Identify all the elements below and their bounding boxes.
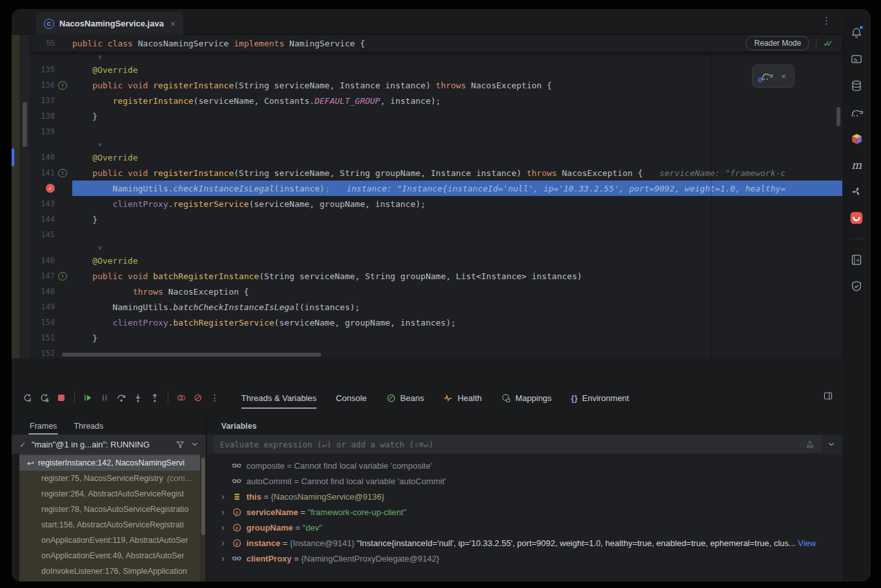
line-number[interactable]: 148 [38, 287, 55, 296]
line-number[interactable]: 150 [38, 318, 55, 327]
mute-breakpoints-button[interactable] [190, 389, 206, 406]
tab-mappings[interactable]: Mappings [501, 387, 551, 409]
editor-vscrollbar-thumb[interactable] [836, 107, 840, 126]
stack-frame-row[interactable]: onApplicationEvent:49, AbstractAutoSer [19, 548, 206, 564]
tab-console[interactable]: Console [336, 387, 367, 409]
thread-selector[interactable]: ✓ "main"@1 in g...ain": RUNNING [12, 435, 206, 454]
line-number[interactable]: 151 [38, 333, 55, 342]
code-lines[interactable]: ∨135 @Override136↑ public void registerI… [31, 52, 842, 358]
line-number[interactable]: 146 [38, 256, 55, 265]
tab-threads[interactable]: Threads [74, 418, 103, 435]
maven-icon[interactable]: m [849, 158, 864, 172]
add-watch-icon[interactable] [805, 439, 822, 449]
evaluate-chevron-down-icon[interactable] [827, 440, 836, 449]
shield-icon[interactable] [849, 279, 864, 293]
expand-chevron-icon[interactable]: › [219, 523, 227, 532]
filter-funnel-icon[interactable] [175, 440, 185, 449]
override-marker-icon[interactable]: ↑ [58, 272, 67, 280]
line-number[interactable]: 140 [38, 153, 55, 162]
breakpoint-icon[interactable]: ✓ [46, 184, 55, 193]
reader-mode-button[interactable]: Reader Mode [746, 36, 809, 50]
dictionary-icon[interactable]: A [849, 253, 864, 267]
red-plugin-icon[interactable] [849, 211, 864, 225]
tab-environment[interactable]: {} Environment [571, 387, 629, 409]
pinwheel-icon[interactable] [849, 184, 864, 199]
code-line[interactable]: 152 [31, 346, 842, 358]
code-line[interactable]: 138 } [31, 108, 842, 124]
variable-row[interactable]: ›pgroupName = "dev" [207, 520, 842, 535]
frames-scrollbar-thumb[interactable] [201, 458, 205, 535]
thread-chevron-down-icon[interactable] [190, 440, 199, 449]
step-into-button[interactable] [130, 389, 146, 406]
tab-threads-variables[interactable]: Threads & Variables [241, 387, 317, 409]
step-over-button[interactable] [113, 389, 130, 406]
code-line[interactable]: 144 } [31, 211, 842, 227]
tab-close-icon[interactable]: × [170, 19, 175, 29]
variable-row[interactable]: ›pinstance = {Instance@9141} "Instance{i… [207, 535, 842, 551]
resume-button[interactable] [79, 389, 96, 406]
line-number[interactable]: 136 [38, 81, 55, 90]
line-number[interactable]: 147 [38, 271, 55, 280]
inlay-collapse-icon[interactable]: ∨ [97, 54, 103, 60]
override-marker-icon[interactable]: ↑ [58, 81, 67, 90]
code-line[interactable]: 136↑ public void registerInstance(String… [31, 77, 842, 93]
line-number[interactable]: 144 [38, 215, 55, 224]
code-line[interactable]: ✓ NamingUtils.checkInstanceIsLegal(insta… [31, 181, 842, 196]
line-number[interactable]: 135 [38, 65, 55, 74]
stack-frame-row[interactable]: onApplicationEvent:119, AbstractAutoSer [19, 533, 206, 548]
code-line[interactable]: 147↑ public void batchRegisterInstance(S… [31, 268, 842, 284]
editor-hscrollbar-thumb[interactable] [62, 353, 321, 357]
inlay-collapse-icon[interactable]: ∨ [97, 244, 103, 251]
line-number[interactable]: 138 [38, 112, 55, 121]
stack-frame-row[interactable]: register:78, NacosAutoServiceRegistratio [19, 502, 206, 517]
line-number[interactable]: 141 [38, 168, 55, 177]
stack-frame-row[interactable]: register:75, NacosServiceRegistry (com..… [19, 471, 206, 486]
expand-chevron-icon[interactable]: › [219, 554, 227, 563]
view-breakpoints-button[interactable] [173, 389, 190, 406]
line-number[interactable]: 149 [38, 302, 55, 311]
tab-beans[interactable]: Beans [386, 387, 424, 409]
editor-tab[interactable]: C NacosNamingService.java × [36, 12, 183, 35]
line-number[interactable]: 143 [38, 199, 55, 208]
tab-health[interactable]: Health [443, 387, 482, 409]
code-line[interactable]: 150 clientProxy.batchRegisterService(ser… [31, 315, 842, 330]
gradle-icon[interactable] [849, 105, 864, 119]
expand-chevron-icon[interactable]: › [219, 538, 227, 547]
override-marker-icon[interactable]: ↑ [58, 169, 67, 177]
inspections-ok-icon[interactable]: ✓✓ [823, 39, 833, 48]
stack-frame-row[interactable]: doInvokeListener:176, SimpleApplication [19, 564, 206, 579]
variable-row[interactable]: composite = Cannot find local variable '… [207, 458, 842, 473]
code-line[interactable]: 137 registerInstance(serviceName, Consta… [31, 93, 842, 108]
stack-frame-row[interactable]: register:264, AbstractAutoServiceRegist [19, 486, 206, 502]
expand-chevron-icon[interactable]: › [219, 492, 227, 501]
popup-close-icon[interactable]: × [781, 72, 786, 81]
stop-button[interactable] [53, 389, 70, 406]
line-number[interactable]: 152 [38, 349, 55, 358]
cast-icon[interactable] [849, 52, 864, 66]
variables-list[interactable]: composite = Cannot find local variable '… [207, 454, 842, 582]
layout-settings-icon[interactable] [823, 391, 833, 401]
rerun-debug-button[interactable] [36, 389, 53, 406]
line-number[interactable]: 139 [38, 127, 55, 136]
code-line[interactable]: 145 [31, 227, 842, 242]
stack-frames-list[interactable]: ↩registerInstance:142, NacosNamingServir… [19, 454, 206, 582]
variable-row[interactable]: autoCommit = Cannot find local variable … [207, 473, 842, 489]
stack-frame-row[interactable]: ↩registerInstance:142, NacosNamingServi [19, 455, 206, 471]
left-scrollbar-thumb[interactable] [23, 102, 27, 147]
code-line[interactable]: 151 } [31, 330, 842, 346]
view-link[interactable]: View [798, 538, 816, 548]
stack-frame-row[interactable]: start:156, AbstractAutoServiceRegistrati [19, 517, 206, 533]
step-out-button[interactable] [146, 389, 163, 406]
expand-chevron-icon[interactable]: › [219, 507, 227, 516]
code-line[interactable]: 146 @Override [31, 253, 842, 268]
variable-row[interactable]: ›pserviceName = "framework-core-up-clien… [207, 504, 842, 520]
window-more-menu-icon[interactable]: ⋮ [822, 15, 832, 26]
code-editor[interactable]: 55 public class NacosNamingService imple… [12, 35, 842, 358]
inlay-collapse-icon[interactable]: ∨ [97, 141, 103, 148]
gradle-sync-popup[interactable]: ⟳ × [752, 64, 795, 88]
toolbar-more-icon[interactable]: ⋮ [206, 389, 223, 406]
line-number[interactable]: 137 [38, 96, 55, 105]
package-icon[interactable] [849, 132, 864, 146]
frames-scrollbar[interactable] [200, 454, 206, 582]
stack-frame-row[interactable]: invokeListener:166, SimpleApplicationE [19, 579, 206, 582]
